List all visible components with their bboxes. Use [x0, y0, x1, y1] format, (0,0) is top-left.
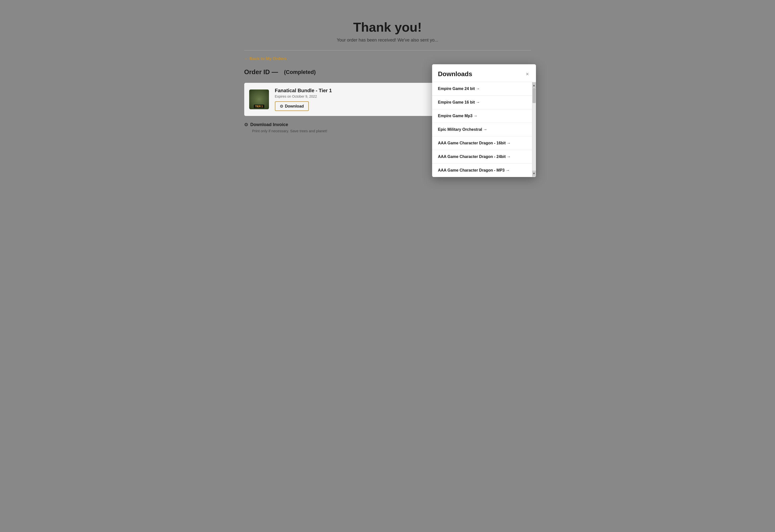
download-item-label: Empire Game Mp3 → [438, 114, 478, 118]
download-item-label: AAA Game Character Dragon - 24bit → [438, 154, 511, 159]
download-list-item[interactable]: Empire Game 16 bit → [432, 95, 532, 109]
order-confirmation-text: Your order has been received! We've also… [244, 38, 531, 43]
download-item-label: Empire Game 24 bit → [438, 86, 480, 91]
download-item-label: AAA Game Character Dragon - 16bit → [438, 141, 511, 145]
page-wrapper: Thank you! Your order has been received!… [239, 10, 536, 143]
close-popup-button[interactable]: × [525, 70, 530, 78]
download-button-label: Download [285, 104, 304, 108]
section-divider [244, 50, 531, 50]
scrollbar-thumb[interactable] [533, 88, 536, 103]
download-invoice-link[interactable]: ⊙ Download Invoice [244, 122, 288, 127]
download-list-item[interactable]: Empire Game Mp3 → [432, 109, 532, 123]
download-list-item[interactable]: AAA Game Character Dragon - 16bit → [432, 136, 532, 150]
downloads-list-container: Empire Game 24 bit →Empire Game 16 bit →… [432, 82, 536, 177]
downloads-popup: Downloads × Empire Game 24 bit →Empire G… [432, 64, 536, 177]
item-thumbnail: TIER 1 [249, 89, 269, 109]
download-invoice-label: Download Invoice [250, 122, 288, 127]
page-title: Thank you! [244, 20, 531, 35]
scroll-up-button[interactable]: ▲ [532, 82, 536, 88]
scrollbar-thumb-area [532, 88, 536, 170]
downloads-list[interactable]: Empire Game 24 bit →Empire Game 16 bit →… [432, 82, 532, 177]
popup-header: Downloads × [432, 64, 536, 82]
download-list-item[interactable]: Empire Game 24 bit → [432, 82, 532, 95]
scrollbar-track[interactable]: ▲ ▼ [532, 82, 536, 177]
download-button[interactable]: ⊙ Download [275, 101, 309, 111]
thank-you-section: Thank you! Your order has been received!… [244, 20, 531, 43]
download-list-item[interactable]: AAA Game Character Dragon - MP3 → [432, 163, 532, 177]
invoice-download-icon: ⊙ [244, 122, 248, 127]
order-id-label: Order ID — [244, 68, 278, 76]
back-to-orders-link[interactable]: ← Back to My Orders [244, 56, 287, 61]
downloads-popup-title: Downloads [438, 70, 473, 78]
order-status-badge: (Completed) [284, 69, 316, 75]
download-icon: ⊙ [280, 104, 283, 108]
download-list-item[interactable]: AAA Game Character Dragon - 24bit → [432, 150, 532, 163]
scroll-down-button[interactable]: ▼ [532, 170, 536, 176]
download-item-label: AAA Game Character Dragon - MP3 → [438, 168, 510, 172]
download-item-label: Empire Game 16 bit → [438, 100, 480, 105]
tier-badge: TIER 1 [254, 105, 264, 108]
download-item-label: Epic Military Orchestral → [438, 127, 487, 132]
download-list-item[interactable]: Epic Military Orchestral → [432, 123, 532, 136]
